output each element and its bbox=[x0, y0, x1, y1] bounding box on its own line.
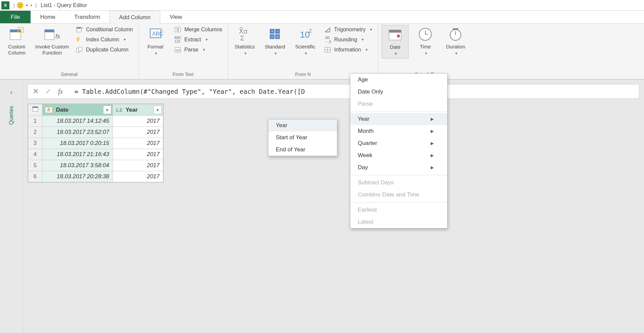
date-button[interactable]: Date▼ bbox=[382, 25, 409, 59]
chevron-down-icon: ▼ bbox=[370, 28, 373, 31]
chevron-right-icon: ▶ bbox=[431, 153, 434, 158]
cell-year[interactable]: 2017 bbox=[113, 116, 163, 127]
group-label-general: General bbox=[3, 71, 135, 78]
time-icon bbox=[416, 26, 435, 42]
expand-sidebar-button[interactable]: › bbox=[10, 89, 12, 96]
standard-label: Standard▼ bbox=[265, 44, 285, 57]
menu-item-age[interactable]: Age bbox=[350, 74, 447, 86]
menu-item-quarter[interactable]: Quarter▶ bbox=[350, 137, 447, 149]
column-header-date[interactable]: ⏱ Date ▾ bbox=[42, 104, 113, 116]
submenu-item-start-of-year[interactable]: Start of Year bbox=[268, 132, 337, 144]
qat-overflow-icon[interactable]: ▾ bbox=[31, 4, 32, 7]
row-header[interactable]: 1 bbox=[28, 116, 42, 127]
information-icon bbox=[324, 46, 332, 53]
table-row[interactable]: 218.03.2017 23:52:072017 bbox=[28, 127, 163, 138]
column-filter-dropdown[interactable]: ▾ bbox=[103, 106, 111, 114]
duplicate-column-button[interactable]: Duplicate Column bbox=[74, 46, 135, 54]
column-filter-dropdown[interactable]: ▾ bbox=[154, 106, 162, 114]
row-header[interactable]: 6 bbox=[28, 171, 42, 182]
date-label: Date▼ bbox=[390, 44, 400, 57]
decimal-type-icon: 1.2 bbox=[116, 107, 122, 113]
svg-text:÷: ÷ bbox=[271, 35, 273, 39]
invoke-custom-function-button[interactable]: fx Invoke Custom Function bbox=[34, 25, 71, 57]
index-column-button[interactable]: Index Column ▼ bbox=[74, 36, 135, 44]
menu-item-week[interactable]: Week▶ bbox=[350, 149, 447, 161]
information-label: Information bbox=[334, 47, 361, 53]
cell-date[interactable]: 18.03.2017 23:52:07 bbox=[42, 127, 113, 138]
tab-file[interactable]: File bbox=[0, 11, 31, 23]
tab-add-column[interactable]: Add Column bbox=[110, 11, 161, 24]
cell-date[interactable]: 18.03.2017 20:28:38 bbox=[42, 171, 113, 182]
menu-item-day[interactable]: Day▶ bbox=[350, 161, 447, 174]
submenu-item-end-of-year[interactable]: End of Year bbox=[268, 144, 337, 156]
rounding-button[interactable]: .00→.0 Rounding ▼ bbox=[322, 36, 375, 44]
separator: | bbox=[36, 3, 37, 8]
chevron-down-icon: ▼ bbox=[425, 52, 428, 55]
submenu-item-year[interactable]: Year bbox=[268, 119, 337, 132]
statistics-icon: X̄σΣ bbox=[235, 26, 254, 42]
svg-text:ABC: ABC bbox=[152, 31, 163, 37]
information-button[interactable]: Information ▼ bbox=[322, 46, 375, 54]
date-icon bbox=[386, 27, 404, 43]
chevron-down-icon: ▼ bbox=[394, 52, 397, 56]
confirm-formula-button[interactable]: ✓ bbox=[45, 87, 51, 96]
smiley-icon[interactable] bbox=[17, 2, 24, 9]
row-header[interactable]: 3 bbox=[28, 138, 42, 149]
row-header[interactable]: 2 bbox=[28, 127, 42, 138]
svg-text:+: + bbox=[271, 29, 273, 33]
parse-button[interactable]: abc Parse ▼ bbox=[172, 46, 224, 54]
cell-date[interactable]: 18.03.2017 14:12:45 bbox=[42, 116, 113, 127]
menu-item-month[interactable]: Month▶ bbox=[350, 125, 447, 137]
grid-corner[interactable] bbox=[28, 104, 42, 116]
index-column-icon bbox=[76, 36, 83, 43]
menu-item-year[interactable]: Year▶ bbox=[350, 113, 447, 125]
cell-year[interactable]: 2017 bbox=[113, 138, 163, 149]
cell-year[interactable]: 2017 bbox=[113, 149, 163, 160]
custom-column-button[interactable]: Custom Column bbox=[3, 25, 30, 57]
smiley-dropdown-icon[interactable]: ▼ bbox=[26, 4, 29, 7]
time-button[interactable]: Time▼ bbox=[412, 25, 439, 58]
conditional-column-icon bbox=[76, 26, 83, 33]
duplicate-column-label: Duplicate Column bbox=[86, 47, 128, 53]
conditional-column-button[interactable]: Conditional Column bbox=[74, 26, 135, 34]
table-row[interactable]: 118.03.2017 14:12:452017 bbox=[28, 116, 163, 127]
merge-columns-button[interactable]: Merge Columns bbox=[172, 26, 224, 34]
tab-transform[interactable]: Transform bbox=[65, 11, 110, 23]
menu-separator bbox=[350, 202, 447, 202]
index-column-label: Index Column bbox=[86, 37, 119, 43]
scientific-button[interactable]: 102 Scientific▼ bbox=[292, 25, 319, 58]
extract-button[interactable]: ABC123 Extract ▼ bbox=[172, 36, 224, 44]
chevron-down-icon: ▼ bbox=[205, 38, 208, 41]
table-row[interactable]: 318.03.2017 0:20:152017 bbox=[28, 138, 163, 149]
cell-year[interactable]: 2017 bbox=[113, 171, 163, 182]
format-button[interactable]: ABC Format▼ bbox=[142, 25, 169, 58]
table-row[interactable]: 618.03.2017 20:28:382017 bbox=[28, 171, 163, 182]
duration-button[interactable]: Duration▼ bbox=[442, 25, 469, 58]
table-row[interactable]: 518.03.2017 3:58:042017 bbox=[28, 160, 163, 171]
chevron-right-icon: ▶ bbox=[431, 165, 434, 170]
column-header-year[interactable]: 1.2 Year ▾ bbox=[113, 104, 163, 116]
row-header[interactable]: 5 bbox=[28, 160, 42, 171]
cell-year[interactable]: 2017 bbox=[113, 127, 163, 138]
cancel-formula-button[interactable]: ✕ bbox=[33, 87, 39, 96]
row-header[interactable]: 4 bbox=[28, 149, 42, 160]
separator: | bbox=[13, 3, 15, 8]
svg-rect-5 bbox=[45, 30, 54, 32]
chevron-down-icon: ▼ bbox=[304, 52, 307, 55]
ribbon: Custom Column fx Invoke Custom Function … bbox=[0, 24, 644, 79]
tab-view[interactable]: View bbox=[160, 11, 191, 23]
chevron-right-icon: ▶ bbox=[431, 117, 434, 121]
trigonometry-button[interactable]: Trigonometry ▼ bbox=[322, 26, 375, 34]
tab-home[interactable]: Home bbox=[31, 11, 65, 23]
chevron-right-icon: ▶ bbox=[431, 141, 434, 146]
standard-button[interactable]: +−÷× Standard▼ bbox=[262, 25, 289, 58]
cell-date[interactable]: 18.03.2017 21:16:43 bbox=[42, 149, 113, 160]
menu-item-date-only[interactable]: Date Only bbox=[350, 86, 447, 98]
cell-date[interactable]: 18.03.2017 3:58:04 bbox=[42, 160, 113, 171]
table-row[interactable]: 418.03.2017 21:16:432017 bbox=[28, 149, 163, 160]
fx-icon: fx bbox=[58, 88, 63, 96]
cell-date[interactable]: 18.03.2017 0:20:15 bbox=[42, 138, 113, 149]
statistics-button[interactable]: X̄σΣ Statistics▼ bbox=[231, 25, 258, 58]
queries-pane-label[interactable]: Queries bbox=[8, 106, 14, 125]
cell-year[interactable]: 2017 bbox=[113, 160, 163, 171]
